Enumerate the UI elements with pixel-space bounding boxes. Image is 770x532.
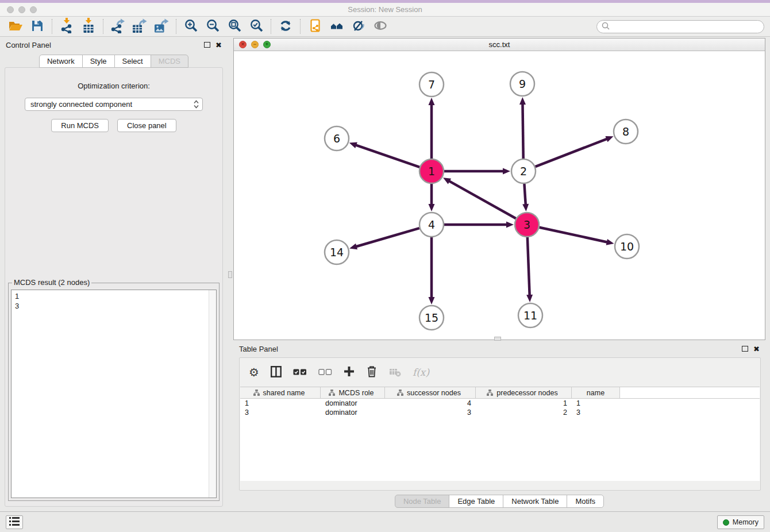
network-graph[interactable]: 7968124314101511 (234, 52, 765, 340)
column-header-MCDS-role[interactable]: MCDS role (321, 387, 385, 398)
export-image-button[interactable] (151, 18, 172, 35)
zoom-window-button[interactable] (30, 6, 37, 13)
column-header-shared-name[interactable]: shared name (240, 387, 321, 398)
column-header-successor-nodes[interactable]: successor nodes (385, 387, 476, 398)
mcds-result-box: MCDS result (2 nodes) 1 3 (8, 283, 220, 501)
table-row[interactable]: 3dominator323 (240, 408, 760, 417)
optimization-criterion-select[interactable]: strongly connected component (25, 98, 203, 111)
graph-node-2[interactable]: 2 (511, 159, 536, 183)
table-panel: Table Panel ✖ ⚙ f(x) shared nameMCDS rol… (233, 341, 765, 511)
graph-node-1[interactable]: 1 (419, 159, 444, 183)
graph-edge[interactable] (449, 181, 516, 219)
tab-edge-table[interactable]: Edge Table (449, 495, 503, 508)
graphics-details-button[interactable] (348, 18, 369, 35)
graph-node-label: 1 (428, 165, 435, 178)
graph-edge[interactable] (528, 237, 530, 296)
column-header-predecessor-nodes[interactable]: predecessor nodes (476, 387, 572, 398)
export-network-button[interactable] (107, 18, 129, 35)
show-hide-button[interactable] (369, 18, 391, 35)
result-scrollbar[interactable] (209, 290, 216, 498)
graph-node-3[interactable]: 3 (515, 213, 539, 237)
graph-edge[interactable] (356, 228, 419, 246)
add-column-button[interactable] (344, 366, 355, 379)
toolbar-separator (52, 19, 52, 34)
table-settings-button[interactable]: ⚙ (249, 367, 259, 378)
clone-network-button[interactable] (304, 18, 326, 35)
select-all-button[interactable] (293, 368, 307, 377)
close-panel-icon[interactable]: ✖ (753, 345, 760, 353)
refresh-button[interactable] (275, 18, 297, 35)
close-window-button[interactable] (7, 6, 14, 13)
tab-network[interactable]: Network (39, 55, 83, 68)
graph-node-15[interactable]: 15 (419, 306, 444, 330)
table-cell: dominator (321, 408, 385, 417)
application-window: Session: New Session (0, 0, 770, 532)
graph-node-label: 4 (428, 218, 435, 231)
graph-node-7[interactable]: 7 (419, 72, 444, 97)
graph-node-10[interactable]: 10 (615, 234, 639, 259)
save-session-button[interactable] (26, 18, 48, 35)
tab-style[interactable]: Style (82, 55, 115, 68)
tab-select[interactable]: Select (114, 55, 151, 68)
close-view-button[interactable]: ✕ (239, 41, 247, 48)
graph-node-11[interactable]: 11 (518, 303, 542, 327)
search-input[interactable] (610, 22, 759, 31)
delete-column-button[interactable] (366, 365, 378, 379)
zoom-selected-button[interactable] (245, 18, 267, 35)
open-session-button[interactable] (5, 18, 26, 35)
task-history-button[interactable] (6, 515, 23, 529)
graph-node-9[interactable]: 9 (510, 72, 534, 96)
reset-home-button[interactable] (326, 18, 348, 35)
graph-node-4[interactable]: 4 (419, 213, 444, 237)
delete-table-button[interactable] (389, 367, 401, 379)
open-folder-icon (9, 20, 23, 33)
split-pane-handle[interactable] (228, 271, 232, 278)
table-panel-header: Table Panel ✖ (233, 341, 765, 356)
graph-node-8[interactable]: 8 (614, 119, 638, 144)
close-panel-icon[interactable]: ✖ (215, 41, 222, 49)
node-table[interactable]: shared nameMCDS rolesuccessor nodesprede… (240, 387, 760, 481)
column-header-name[interactable]: name (572, 387, 620, 398)
graph-edge-arrowhead (429, 98, 435, 105)
close-panel-button[interactable]: Close panel (117, 119, 176, 132)
import-network-button[interactable] (56, 18, 78, 35)
memory-label: Memory (733, 518, 759, 526)
graph-edge[interactable] (355, 145, 419, 167)
zoom-out-button[interactable] (202, 18, 224, 35)
graph-node-14[interactable]: 14 (325, 240, 349, 264)
tab-motifs[interactable]: Motifs (567, 495, 604, 508)
export-table-button[interactable] (129, 18, 151, 35)
function-builder-button[interactable]: f(x) (413, 367, 429, 378)
graph-edge[interactable] (524, 184, 525, 205)
split-pane-handle[interactable] (494, 337, 501, 341)
deselect-all-button[interactable] (318, 368, 332, 377)
table-cell: 1 (240, 399, 321, 407)
graph-edge-arrowhead (522, 204, 529, 211)
graph-edge[interactable] (536, 138, 608, 167)
table-row[interactable]: 1dominator411 (240, 399, 760, 408)
minimize-window-button[interactable] (18, 6, 25, 13)
import-table-button[interactable] (78, 18, 99, 35)
graph-edge[interactable] (522, 103, 523, 159)
toolbar-separator (271, 19, 271, 34)
network-window-titlebar[interactable]: ✕ − + scc.txt (234, 38, 765, 51)
tab-mcds[interactable]: MCDS (151, 55, 188, 68)
column-visibility-button[interactable] (271, 366, 282, 379)
minimize-view-button[interactable]: − (251, 41, 259, 48)
search-box[interactable] (596, 20, 764, 33)
tab-node-table[interactable]: Node Table (395, 495, 450, 508)
graph-node-6[interactable]: 6 (325, 126, 349, 151)
memory-button[interactable]: Memory (717, 515, 764, 529)
tab-network-table[interactable]: Network Table (503, 495, 567, 508)
maximize-view-button[interactable]: + (263, 41, 271, 48)
run-mcds-button[interactable]: Run MCDS (51, 119, 109, 132)
zoom-in-button[interactable] (180, 18, 202, 35)
graph-node-label: 14 (330, 246, 344, 259)
traffic-lights (7, 6, 37, 13)
float-panel-icon[interactable] (742, 346, 748, 352)
mcds-result-text[interactable]: 1 3 (11, 290, 217, 498)
zoom-fit-button[interactable] (224, 18, 245, 35)
float-panel-icon[interactable] (204, 42, 210, 48)
network-canvas[interactable]: 7968124314101511 (234, 52, 765, 340)
graph-edge[interactable] (539, 228, 607, 242)
